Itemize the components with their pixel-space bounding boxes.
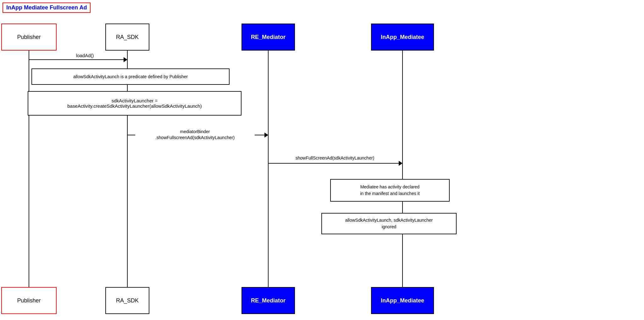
note-ignored: allowSdkActivityLaunch, sdkActivityLaunc…: [321, 213, 457, 234]
inapp-mediatee-top-actor: InApp_Mediatee: [371, 24, 434, 51]
note-sdk-launcher: sdkActivityLauncher = baseActivity.creat…: [28, 91, 242, 116]
note-predicate: allowSdkActivityLaunch is a predicate de…: [31, 68, 230, 85]
ra-sdk-bot-actor: RA_SDK: [105, 287, 149, 314]
svg-marker-7: [264, 133, 268, 138]
re-mediator-bot-actor: RE_Mediator: [242, 287, 295, 314]
svg-marker-9: [399, 161, 402, 166]
ra-sdk-top-actor: RA_SDK: [105, 24, 149, 51]
publisher-top-actor: Publisher: [1, 24, 57, 51]
diagram-container: InApp Mediatee Fullscreen Ad Publisher R…: [0, 0, 644, 320]
publisher-bot-actor: Publisher: [1, 287, 57, 314]
load-ad-label: loadAd(): [57, 53, 113, 58]
diagram-title: InApp Mediatee Fullscreen Ad: [3, 3, 91, 13]
inapp-mediatee-bot-actor: InApp_Mediatee: [371, 287, 434, 314]
re-mediator-top-actor: RE_Mediator: [242, 24, 295, 51]
svg-marker-5: [124, 57, 127, 62]
mediator-binder-label: mediatorBinder .showFullscreenAd(sdkActi…: [135, 122, 255, 141]
note-mediatee-activity: Mediatee has activity declared in the ma…: [330, 179, 450, 202]
show-fullscreen-label: showFullScreenAd(sdkActivityLauncher): [274, 155, 396, 160]
